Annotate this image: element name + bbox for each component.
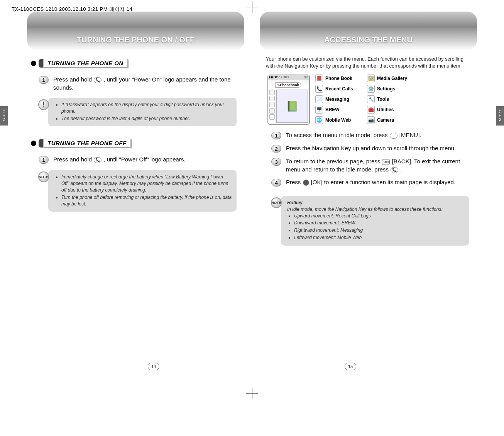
menu-step-3: 3 To return to the previous page, press … <box>260 155 477 176</box>
left-page-header: TURNING THE PHONE ON / OFF <box>27 12 244 50</box>
menu-step-1: 1 To access the menu in idle mode, press… <box>260 129 477 142</box>
menu-item-tools: 🔧Tools <box>367 95 407 103</box>
page-numbers: 14 15 <box>0 363 504 370</box>
menu-step-3-text: To return to the previous page, press BA… <box>286 157 472 173</box>
hotkey-intro: In idle mode, move the Navigation Key as… <box>287 206 465 213</box>
menu-label: Tools <box>377 97 389 102</box>
menu-step-4: 4 Press [OK] to enter a function when it… <box>260 176 477 189</box>
crop-mark-bottom <box>246 388 258 399</box>
utilities-icon: 🧰 <box>367 106 375 114</box>
phone-status-bar: ▮▮▮ ☎ ⌂ ♪ ⌘ ✉ ▯▯▯ <box>268 75 309 80</box>
chapter-tab-right: C H 2 <box>496 106 504 126</box>
off-step-1: 1 Press and hold , until "Power Off" log… <box>27 153 244 166</box>
menu-label: Messaging <box>325 97 349 102</box>
off-step-1-text: Press and hold , until "Power Off" logo … <box>53 155 186 163</box>
chapter-tab-left: C H 2 <box>0 106 8 126</box>
menu-label: Settings <box>377 86 395 92</box>
menu-item-messaging: ✉️Messaging <box>315 95 353 103</box>
menu-col-2: 🖼️Media Gallery ⚙️Settings 🔧Tools 🧰Utili… <box>367 75 407 124</box>
step1-b: [MENU]. <box>399 132 421 138</box>
section-bar <box>39 139 43 148</box>
off-step1-a: Press and hold <box>53 156 93 163</box>
menu-label: Media Gallery <box>377 76 407 81</box>
off-note-box: NOTE Immediately change or recharge the … <box>48 170 237 212</box>
recentcalls-icon: 📞 <box>315 85 323 93</box>
menu-item-mediagallery: 🖼️Media Gallery <box>367 75 407 82</box>
chapter-n: 2 <box>498 118 502 122</box>
menu-item-mobileweb: 🌐Mobile Web <box>315 116 353 124</box>
section-bullet <box>31 141 36 146</box>
on-step-1-text: Press and hold , until your "Power On" l… <box>53 75 240 92</box>
phone-screen-sidebar <box>269 90 275 123</box>
menu-item-settings: ⚙️Settings <box>367 85 407 93</box>
step1-a: To access the menu in idle mode, press <box>286 132 389 138</box>
menu-item-phonebook: 📕Phone Book <box>315 75 353 82</box>
menu-label: Mobile Web <box>325 117 351 123</box>
ok-key-icon <box>303 180 309 186</box>
menu-display: ▮▮▮ ☎ ⌂ ♪ ⌘ ✉ ▯▯▯ 1.Phonebook 📗 📕Phone B… <box>260 72 477 129</box>
menu-columns: 📕Phone Book 📞Recent Calls ✉️Messaging 🖥️… <box>315 75 407 124</box>
menu-step-1-text: To access the menu in idle mode, press [… <box>286 131 421 139</box>
hotkey-list: Upward movement: Recent Call Logs Downwa… <box>287 213 465 241</box>
messaging-icon: ✉️ <box>315 95 323 103</box>
menu-intro-text: Your phone can be customized via the men… <box>260 50 477 72</box>
note-icon: NOTE <box>38 171 49 182</box>
hotkey-4: Leftward movement: Mobile Web <box>294 234 465 241</box>
hotkey-3: Rightward movement: Messaging <box>294 227 465 234</box>
step-number-1: 1 <box>39 76 49 84</box>
step-number-2: 2 <box>271 145 281 153</box>
section-on-title: TURNING THE PHONE ON <box>43 59 128 68</box>
right-page-header: ACCESSING THE MENU <box>260 12 477 50</box>
tools-icon: 🔧 <box>367 95 375 103</box>
on-note-1: If "Password" appears on the display ent… <box>61 102 232 115</box>
phone-screen-main-icon: 📗 <box>276 90 308 123</box>
off-note-2: Turn the phone off before removing or re… <box>61 194 232 207</box>
pages-container: C H 2 TURNING THE PHONE ON / OFF TURNING… <box>0 0 504 252</box>
section-off-title: TURNING THE PHONE OFF <box>43 139 131 148</box>
phone-screen-tab: 1.Phonebook <box>275 82 301 88</box>
back-key-icon: BACK <box>382 159 390 165</box>
menu-step-2: 2 Press the Navigation Key up and down t… <box>260 142 477 155</box>
menu-label: Camera <box>377 117 394 123</box>
on-note-box: If "Password" appears on the display ent… <box>48 98 237 126</box>
left-page: C H 2 TURNING THE PHONE ON / OFF TURNING… <box>27 10 244 252</box>
menu-step-2-text: Press the Navigation Key up and down to … <box>286 144 456 152</box>
note-icon: NOTE <box>271 197 282 208</box>
hotkey-note-box: NOTE Hotkey In idle mode, move the Navig… <box>281 196 469 246</box>
softkey-icon <box>390 133 397 139</box>
off-note-1: Immediately change or recharge the batte… <box>61 174 232 193</box>
section-bar <box>39 59 43 68</box>
menu-item-recentcalls: 📞Recent Calls <box>315 85 353 93</box>
end-key-icon <box>391 167 398 173</box>
menu-item-brew: 🖥️BREW <box>315 106 353 114</box>
step4-a: Press <box>286 179 303 185</box>
menu-label: Phone Book <box>325 76 352 81</box>
page-number-right: 15 <box>345 363 356 370</box>
off-step1-b: , until "Power Off" logo appears. <box>103 156 185 163</box>
phone-screen-mockup: ▮▮▮ ☎ ⌂ ♪ ⌘ ✉ ▯▯▯ 1.Phonebook 📗 <box>267 75 310 125</box>
left-page-title: TURNING THE PHONE ON / OFF <box>77 36 195 44</box>
mobileweb-icon: 🌐 <box>315 116 323 124</box>
crop-mark-top <box>246 1 258 13</box>
on-step-1: 1 Press and hold , until your "Power On"… <box>27 73 244 94</box>
status-icons-right: ▯▯▯ <box>304 76 308 80</box>
menu-item-camera: 📷Camera <box>367 116 407 124</box>
step3-c: . <box>400 166 402 173</box>
section-heading-on: TURNING THE PHONE ON <box>27 59 244 68</box>
power-key-icon <box>94 157 101 163</box>
step-number-1: 1 <box>39 156 49 164</box>
step4-b: [OK] to enter a function when its main p… <box>311 179 455 185</box>
page-number-left: 14 <box>148 363 159 370</box>
menu-col-1: 📕Phone Book 📞Recent Calls ✉️Messaging 🖥️… <box>315 75 353 124</box>
status-icons-left: ▮▮▮ ☎ ⌂ ♪ ⌘ ✉ <box>269 76 289 80</box>
alert-icon <box>38 99 49 110</box>
on-note-2: The default password is the last 4 digit… <box>61 115 232 122</box>
phonebook-icon: 📕 <box>315 75 323 82</box>
step-number-1: 1 <box>271 132 281 139</box>
menu-step-4-text: Press [OK] to enter a function when its … <box>286 178 455 186</box>
mediagallery-icon: 🖼️ <box>367 75 375 82</box>
step-number-3: 3 <box>271 158 281 166</box>
hotkey-title: Hotkey <box>287 200 465 206</box>
off-note-list: Immediately change or recharge the batte… <box>54 174 232 207</box>
power-key-icon <box>94 77 101 83</box>
